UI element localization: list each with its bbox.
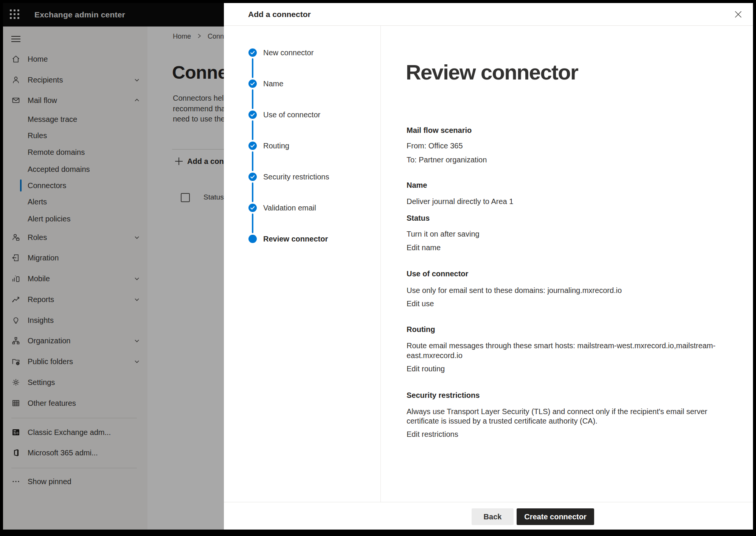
- mail-flow-from: From: Office 365: [407, 142, 463, 150]
- routing-value-line: east.mxrecord.io: [407, 351, 463, 360]
- edit-restrictions-link[interactable]: Edit restrictions: [407, 430, 458, 439]
- review-heading: Review connector: [406, 60, 578, 84]
- step-label: New connector: [263, 48, 314, 57]
- wizard-step-use-of-connector[interactable]: Use of connector: [224, 107, 375, 122]
- step-label: Use of connector: [263, 111, 320, 119]
- use-of-connector-value: Use only for email sent to these domains…: [407, 286, 622, 295]
- security-value-line: certificate is issued by a trusted certi…: [407, 417, 598, 425]
- step-connector-line: [252, 151, 253, 171]
- routing-value-line: Route email messages through these smart…: [407, 341, 716, 350]
- connector-name-value: Deliver journal directly to Area 1: [407, 197, 513, 206]
- mail-flow-to: To: Partner organization: [407, 156, 487, 164]
- step-done-icon: [248, 173, 257, 181]
- screen: Exchange admin center Home Recipients Ma…: [0, 0, 756, 536]
- wizard-step-new-connector[interactable]: New connector: [224, 45, 375, 60]
- step-done-icon: [248, 79, 257, 88]
- step-done-icon: [248, 111, 257, 119]
- wizard-step-name[interactable]: Name: [224, 76, 375, 91]
- section-heading-status: Status: [407, 214, 430, 223]
- security-value-line: Always use Transport Layer Security (TLS…: [407, 407, 707, 416]
- step-connector-line: [252, 182, 253, 202]
- section-heading-name: Name: [407, 181, 427, 190]
- edit-use-link[interactable]: Edit use: [407, 299, 434, 308]
- modal-header-divider: [224, 25, 753, 26]
- step-label: Validation email: [263, 204, 316, 212]
- step-label: Routing: [263, 142, 289, 150]
- section-heading-security-restrictions: Security restrictions: [407, 391, 480, 400]
- edit-name-link[interactable]: Edit name: [407, 243, 441, 252]
- close-button[interactable]: [730, 7, 747, 22]
- modal-footer-divider: [224, 502, 753, 502]
- step-label: Name: [263, 79, 283, 88]
- step-done-icon: [248, 48, 257, 57]
- edit-routing-link[interactable]: Edit routing: [407, 365, 445, 373]
- step-current-icon: [248, 235, 257, 243]
- section-heading-mail-flow-scenario: Mail flow scenario: [407, 126, 472, 135]
- step-connector-line: [252, 89, 253, 109]
- wizard-divider: [380, 26, 381, 502]
- step-done-icon: [248, 204, 257, 212]
- step-label: Security restrictions: [263, 173, 329, 181]
- modal-title: Add a connector: [248, 3, 311, 25]
- section-heading-routing: Routing: [407, 325, 435, 334]
- step-connector-line: [252, 120, 253, 140]
- wizard-step-security-restrictions[interactable]: Security restrictions: [224, 169, 375, 184]
- wizard-step-review-connector[interactable]: Review connector: [224, 231, 375, 246]
- create-connector-button[interactable]: Create connector: [517, 508, 594, 525]
- wizard-step-validation-email[interactable]: Validation email: [224, 200, 375, 215]
- step-connector-line: [252, 213, 253, 233]
- step-done-icon: [248, 142, 257, 150]
- status-value: Turn it on after saving: [407, 230, 480, 238]
- close-icon: [734, 10, 742, 19]
- section-heading-use-of-connector: Use of connector: [407, 270, 468, 278]
- step-connector-line: [252, 58, 253, 78]
- step-label: Review connector: [263, 235, 328, 243]
- wizard-step-routing[interactable]: Routing: [224, 138, 375, 153]
- add-connector-modal: Add a connector New connector Name Use o…: [224, 3, 753, 530]
- back-button[interactable]: Back: [472, 508, 514, 525]
